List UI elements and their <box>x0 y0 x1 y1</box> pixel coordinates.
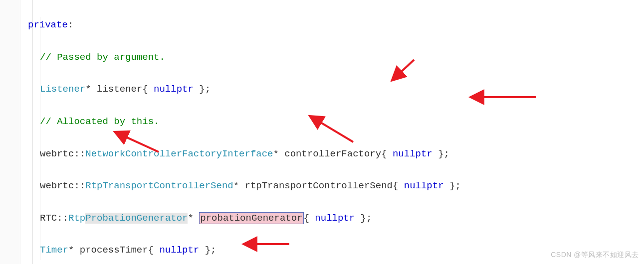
watermark: CSDN @等风来不如迎风去 <box>551 249 639 261</box>
code-block: private: // Passed by argument. Listener… <box>28 1 461 264</box>
highlight-type: ProbationGenerator <box>85 213 188 224</box>
code-line: webrtc::RtpTransportControllerSend* rtpT… <box>28 178 461 194</box>
code-line: Listener* listener{ nullptr }; <box>28 81 461 97</box>
comment: // Allocated by this. <box>40 116 159 127</box>
code-line: webrtc::NetworkControllerFactoryInterfac… <box>28 146 461 162</box>
highlight-variable: probationGenerator <box>199 212 303 224</box>
keyword-private: private <box>28 19 68 30</box>
code-line: // Passed by argument. <box>28 49 461 65</box>
arrow-annotation-icon <box>476 90 541 105</box>
comment: // Passed by argument. <box>40 52 165 63</box>
code-line: Timer* processTimer{ nullptr }; <box>28 242 461 258</box>
gutter <box>0 0 20 264</box>
code-line: private: <box>28 17 461 33</box>
code-line: // Allocated by this. <box>28 114 461 130</box>
code-line: RTC::RtpProbationGenerator* probationGen… <box>28 210 461 226</box>
